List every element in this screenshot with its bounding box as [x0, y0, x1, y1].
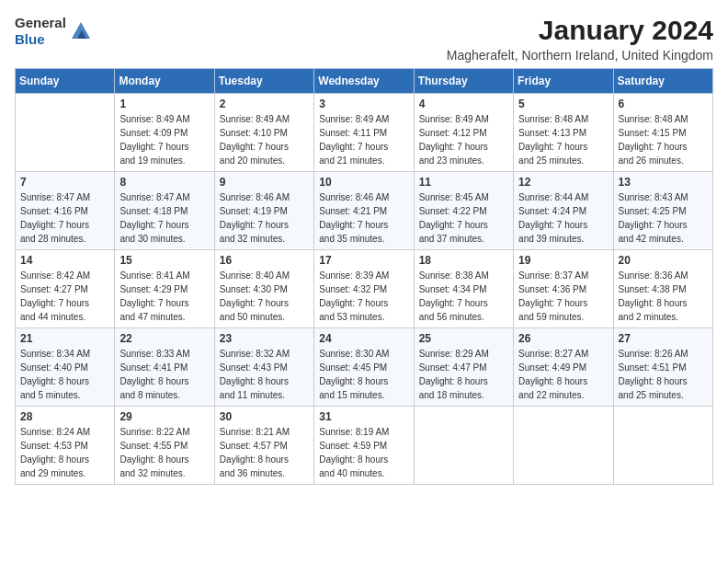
calendar-cell: 17Sunrise: 8:39 AM Sunset: 4:32 PM Dayli… — [314, 250, 414, 328]
day-number: 23 — [220, 332, 309, 345]
day-info: Sunrise: 8:29 AM Sunset: 4:47 PM Dayligh… — [419, 347, 508, 402]
day-info: Sunrise: 8:49 AM Sunset: 4:12 PM Dayligh… — [419, 112, 508, 167]
day-info: Sunrise: 8:48 AM Sunset: 4:15 PM Dayligh… — [619, 112, 708, 167]
day-number: 31 — [319, 410, 408, 423]
calendar-cell — [414, 407, 513, 485]
day-number: 15 — [119, 254, 209, 267]
day-info: Sunrise: 8:21 AM Sunset: 4:57 PM Dayligh… — [220, 425, 309, 480]
calendar-header-row: SundayMondayTuesdayWednesdayThursdayFrid… — [16, 69, 713, 94]
day-info: Sunrise: 8:49 AM Sunset: 4:09 PM Dayligh… — [119, 112, 209, 167]
day-number: 5 — [518, 98, 608, 110]
calendar-cell: 30Sunrise: 8:21 AM Sunset: 4:57 PM Dayli… — [214, 407, 313, 485]
calendar-cell: 2Sunrise: 8:49 AM Sunset: 4:10 PM Daylig… — [214, 94, 313, 172]
day-info: Sunrise: 8:30 AM Sunset: 4:45 PM Dayligh… — [319, 347, 408, 402]
day-number: 1 — [119, 98, 209, 110]
day-info: Sunrise: 8:44 AM Sunset: 4:24 PM Dayligh… — [518, 190, 608, 246]
calendar-cell: 13Sunrise: 8:43 AM Sunset: 4:25 PM Dayli… — [613, 172, 712, 250]
calendar-cell: 21Sunrise: 8:34 AM Sunset: 4:40 PM Dayli… — [16, 328, 115, 407]
day-info: Sunrise: 8:24 AM Sunset: 4:53 PM Dayligh… — [20, 425, 109, 480]
day-info: Sunrise: 8:40 AM Sunset: 4:30 PM Dayligh… — [220, 269, 309, 324]
day-number: 11 — [419, 176, 508, 189]
header-cell-sunday: Sunday — [16, 69, 115, 94]
calendar-cell: 20Sunrise: 8:36 AM Sunset: 4:38 PM Dayli… — [613, 250, 712, 328]
day-number: 9 — [220, 176, 309, 189]
calendar-cell: 9Sunrise: 8:46 AM Sunset: 4:19 PM Daylig… — [214, 172, 313, 250]
day-number: 13 — [619, 176, 708, 189]
calendar-cell: 3Sunrise: 8:49 AM Sunset: 4:11 PM Daylig… — [314, 94, 414, 172]
day-info: Sunrise: 8:48 AM Sunset: 4:13 PM Dayligh… — [518, 112, 608, 167]
day-info: Sunrise: 8:37 AM Sunset: 4:36 PM Dayligh… — [518, 269, 608, 324]
calendar-cell: 31Sunrise: 8:19 AM Sunset: 4:59 PM Dayli… — [314, 407, 414, 485]
header-cell-thursday: Thursday — [414, 69, 513, 94]
header-cell-friday: Friday — [514, 69, 613, 94]
calendar-cell: 11Sunrise: 8:45 AM Sunset: 4:22 PM Dayli… — [414, 172, 513, 250]
calendar-cell: 4Sunrise: 8:49 AM Sunset: 4:12 PM Daylig… — [414, 94, 513, 172]
page-header: General Blue January 2024 Magherafelt, N… — [15, 15, 713, 63]
calendar-cell: 27Sunrise: 8:26 AM Sunset: 4:51 PM Dayli… — [613, 328, 712, 407]
calendar-week-row: 1Sunrise: 8:49 AM Sunset: 4:09 PM Daylig… — [16, 94, 713, 172]
day-number: 6 — [619, 98, 708, 110]
calendar-week-row: 21Sunrise: 8:34 AM Sunset: 4:40 PM Dayli… — [16, 328, 713, 407]
day-info: Sunrise: 8:22 AM Sunset: 4:55 PM Dayligh… — [119, 425, 209, 480]
day-info: Sunrise: 8:32 AM Sunset: 4:43 PM Dayligh… — [220, 347, 309, 402]
day-number: 25 — [419, 332, 508, 345]
calendar-cell: 24Sunrise: 8:30 AM Sunset: 4:45 PM Dayli… — [314, 328, 414, 407]
calendar-cell: 28Sunrise: 8:24 AM Sunset: 4:53 PM Dayli… — [16, 407, 115, 485]
day-info: Sunrise: 8:26 AM Sunset: 4:51 PM Dayligh… — [619, 347, 708, 402]
calendar-week-row: 14Sunrise: 8:42 AM Sunset: 4:27 PM Dayli… — [16, 250, 713, 328]
calendar-cell: 1Sunrise: 8:49 AM Sunset: 4:09 PM Daylig… — [115, 94, 214, 172]
day-info: Sunrise: 8:36 AM Sunset: 4:38 PM Dayligh… — [619, 269, 708, 324]
calendar-week-row: 7Sunrise: 8:47 AM Sunset: 4:16 PM Daylig… — [16, 172, 713, 250]
header-cell-tuesday: Tuesday — [214, 69, 313, 94]
calendar-cell: 8Sunrise: 8:47 AM Sunset: 4:18 PM Daylig… — [115, 172, 214, 250]
day-info: Sunrise: 8:42 AM Sunset: 4:27 PM Dayligh… — [20, 269, 109, 324]
day-number: 3 — [319, 98, 408, 110]
calendar-cell — [16, 94, 115, 172]
calendar-cell — [613, 407, 712, 485]
day-number: 30 — [220, 410, 309, 423]
day-number: 22 — [119, 332, 209, 345]
day-info: Sunrise: 8:33 AM Sunset: 4:41 PM Dayligh… — [119, 347, 209, 402]
calendar-cell: 29Sunrise: 8:22 AM Sunset: 4:55 PM Dayli… — [115, 407, 214, 485]
calendar-cell: 22Sunrise: 8:33 AM Sunset: 4:41 PM Dayli… — [115, 328, 214, 407]
day-info: Sunrise: 8:41 AM Sunset: 4:29 PM Dayligh… — [119, 269, 209, 324]
day-info: Sunrise: 8:49 AM Sunset: 4:10 PM Dayligh… — [220, 112, 309, 167]
logo-blue: Blue — [15, 31, 45, 47]
day-info: Sunrise: 8:19 AM Sunset: 4:59 PM Dayligh… — [319, 425, 408, 480]
day-number: 17 — [319, 254, 408, 267]
month-title: January 2024 — [447, 15, 713, 46]
calendar-cell: 7Sunrise: 8:47 AM Sunset: 4:16 PM Daylig… — [16, 172, 115, 250]
logo-general: General — [15, 15, 66, 30]
calendar-cell: 26Sunrise: 8:27 AM Sunset: 4:49 PM Dayli… — [514, 328, 613, 407]
day-number: 7 — [20, 176, 109, 189]
day-info: Sunrise: 8:49 AM Sunset: 4:11 PM Dayligh… — [319, 112, 408, 167]
calendar-cell: 25Sunrise: 8:29 AM Sunset: 4:47 PM Dayli… — [414, 328, 513, 407]
calendar-cell: 14Sunrise: 8:42 AM Sunset: 4:27 PM Dayli… — [16, 250, 115, 328]
day-info: Sunrise: 8:43 AM Sunset: 4:25 PM Dayligh… — [619, 190, 708, 246]
day-number: 19 — [518, 254, 608, 267]
day-number: 28 — [20, 410, 109, 423]
day-number: 21 — [20, 332, 109, 345]
calendar-cell: 16Sunrise: 8:40 AM Sunset: 4:30 PM Dayli… — [214, 250, 313, 328]
day-number: 8 — [119, 176, 209, 189]
day-info: Sunrise: 8:47 AM Sunset: 4:16 PM Dayligh… — [20, 190, 109, 246]
day-number: 2 — [220, 98, 309, 110]
day-info: Sunrise: 8:27 AM Sunset: 4:49 PM Dayligh… — [518, 347, 608, 402]
calendar-cell: 15Sunrise: 8:41 AM Sunset: 4:29 PM Dayli… — [115, 250, 214, 328]
calendar-cell: 10Sunrise: 8:46 AM Sunset: 4:21 PM Dayli… — [314, 172, 414, 250]
calendar-cell: 5Sunrise: 8:48 AM Sunset: 4:13 PM Daylig… — [514, 94, 613, 172]
day-number: 16 — [220, 254, 309, 267]
location-title: Magherafelt, Northern Ireland, United Ki… — [447, 48, 713, 63]
day-number: 26 — [518, 332, 608, 345]
day-number: 12 — [518, 176, 608, 189]
logo: General Blue — [15, 15, 94, 48]
day-number: 29 — [119, 410, 209, 423]
logo-icon — [68, 18, 94, 44]
day-number: 10 — [319, 176, 408, 189]
day-info: Sunrise: 8:46 AM Sunset: 4:21 PM Dayligh… — [319, 190, 408, 246]
calendar-week-row: 28Sunrise: 8:24 AM Sunset: 4:53 PM Dayli… — [16, 407, 713, 485]
day-info: Sunrise: 8:39 AM Sunset: 4:32 PM Dayligh… — [319, 269, 408, 324]
title-area: January 2024 Magherafelt, Northern Irela… — [447, 15, 713, 63]
day-number: 27 — [619, 332, 708, 345]
day-number: 14 — [20, 254, 109, 267]
